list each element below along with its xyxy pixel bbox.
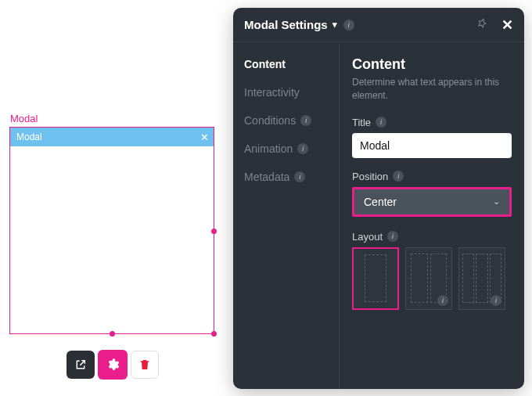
tab-conditions[interactable]: Conditions i	[244, 114, 328, 127]
position-select[interactable]: Center ⌄	[354, 189, 509, 214]
element-toolbar	[66, 350, 159, 380]
pin-icon[interactable]	[476, 18, 487, 31]
panel-tabs: Content Interactivity Conditions i Anima…	[233, 42, 340, 389]
position-select-highlight: Center ⌄	[352, 187, 512, 217]
tab-label: Content	[244, 58, 286, 70]
info-icon: i	[437, 295, 448, 306]
tab-interactivity[interactable]: Interactivity	[244, 86, 328, 99]
tab-label: Animation	[244, 142, 293, 155]
layout-field-label: Layout i	[352, 231, 512, 243]
layout-option-single[interactable]	[352, 247, 399, 310]
layout-options: i i	[352, 247, 512, 310]
chevron-down-icon: ▾	[332, 20, 337, 30]
selection-handle-corner[interactable]	[211, 331, 217, 337]
tab-metadata[interactable]: Metadata i	[244, 171, 328, 183]
info-icon: i	[491, 295, 501, 306]
label-text: Position	[352, 171, 388, 182]
label-text: Layout	[352, 231, 383, 243]
selection-handle-bottom[interactable]	[110, 331, 115, 337]
info-icon: i	[300, 115, 311, 126]
panel-title-text: Modal Settings	[244, 18, 328, 31]
title-input[interactable]	[352, 133, 512, 158]
info-icon: i	[294, 171, 305, 182]
settings-button[interactable]	[100, 352, 125, 377]
settings-panel: Modal Settings ▾ i ✕ Content Interactivi…	[233, 8, 524, 389]
title-field-label: Title i	[352, 117, 512, 128]
info-icon: i	[297, 143, 308, 154]
selection-handle-right[interactable]	[211, 229, 217, 234]
panel-content: Content Determine what text appears in t…	[340, 42, 524, 389]
canvas-modal[interactable]: Modal ✕	[9, 127, 214, 334]
section-description: Determine what text appears in this elem…	[352, 76, 512, 103]
label-text: Title	[352, 117, 371, 128]
section-title: Content	[352, 56, 512, 73]
tab-label: Metadata	[244, 171, 289, 183]
layout-option-three-col[interactable]: i	[458, 247, 505, 310]
info-icon[interactable]: i	[393, 171, 404, 182]
open-external-button[interactable]	[66, 351, 95, 379]
select-value: Center	[364, 196, 397, 208]
layout-option-two-col[interactable]: i	[405, 247, 452, 310]
tab-animation[interactable]: Animation i	[244, 142, 328, 155]
delete-button[interactable]	[131, 351, 159, 379]
tab-label: Interactivity	[244, 86, 300, 99]
close-icon[interactable]: ✕	[501, 16, 513, 34]
chevron-down-icon: ⌄	[493, 196, 500, 207]
canvas-element-label: Modal	[10, 113, 38, 124]
canvas-modal-close-icon[interactable]: ✕	[200, 131, 209, 143]
info-icon[interactable]: i	[387, 231, 398, 242]
canvas-modal-header[interactable]: Modal ✕	[10, 128, 214, 146]
tab-content[interactable]: Content	[244, 58, 328, 70]
canvas-modal-title: Modal	[16, 131, 42, 142]
info-icon[interactable]: i	[343, 20, 354, 31]
panel-title-dropdown[interactable]: Modal Settings ▾	[244, 18, 337, 31]
position-field-label: Position i	[352, 171, 512, 182]
info-icon[interactable]: i	[376, 117, 386, 128]
tab-label: Conditions	[244, 114, 296, 127]
panel-header: Modal Settings ▾ i ✕	[233, 8, 524, 42]
settings-button-highlight	[98, 350, 128, 380]
